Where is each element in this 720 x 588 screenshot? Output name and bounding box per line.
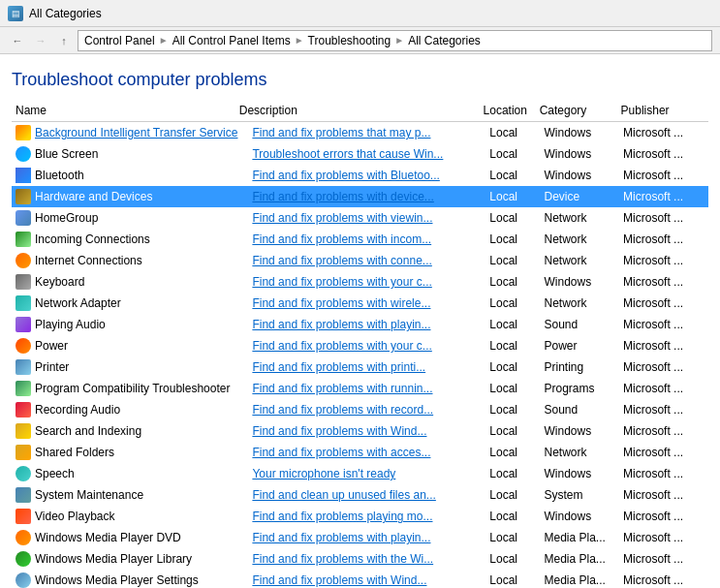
item-description[interactable]: Find and fix problems that may p... <box>252 126 430 139</box>
table-row[interactable]: Windows Media Player DVDFind and fix pro… <box>12 527 708 548</box>
publisher-cell: Microsoft ... <box>619 378 708 399</box>
back-button[interactable]: ← <box>8 31 27 50</box>
table-row[interactable]: Background Intelligent Transfer ServiceF… <box>12 122 708 143</box>
table-scroll-body[interactable]: Background Intelligent Transfer ServiceF… <box>12 122 708 588</box>
table-row[interactable]: PrinterFind and fix problems with printi… <box>12 356 708 378</box>
item-description[interactable]: Find and fix problems with playin... <box>252 531 430 544</box>
item-description[interactable]: Find and clean up unused files an... <box>252 488 435 502</box>
item-name[interactable]: Blue Screen <box>35 147 98 161</box>
table-row[interactable]: Playing AudioFind and fix problems with … <box>12 314 708 335</box>
item-name[interactable]: Program Compatibility Troubleshooter <box>35 382 230 395</box>
item-description[interactable]: Find and fix problems with playin... <box>252 318 430 331</box>
item-description[interactable]: Find and fix problems playing mo... <box>252 510 432 523</box>
table-row[interactable]: BluetoothFind and fix problems with Blue… <box>12 165 708 186</box>
name-cell: Blue Screen <box>12 143 248 165</box>
item-name[interactable]: Keyboard <box>35 275 84 289</box>
item-description[interactable]: Find and fix problems with Wind... <box>252 424 426 438</box>
desc-cell: Find and fix problems with Bluetoo... <box>248 165 485 186</box>
item-name[interactable]: Internet Connections <box>35 254 142 267</box>
item-name[interactable]: Recording Audio <box>35 403 120 417</box>
table-row[interactable]: KeyboardFind and fix problems with your … <box>12 271 708 293</box>
item-name[interactable]: Video Playback <box>35 510 115 523</box>
item-description[interactable]: Find and fix problems with your c... <box>252 339 431 353</box>
item-description[interactable]: Find and fix problems with runnin... <box>252 382 432 395</box>
item-description[interactable]: Your microphone isn't ready <box>252 467 395 480</box>
col-header-publisher[interactable]: Publisher <box>617 102 708 122</box>
col-header-location[interactable]: Location <box>480 102 536 122</box>
table-row[interactable]: Recording AudioFind and fix problems wit… <box>12 399 708 420</box>
location-cell: Local <box>485 165 540 186</box>
location-cell: Local <box>485 356 540 378</box>
item-description[interactable]: Find and fix problems with acces... <box>252 446 430 459</box>
table-row[interactable]: Shared FoldersFind and fix problems with… <box>12 442 708 463</box>
item-description[interactable]: Troubleshoot errors that cause Win... <box>252 147 443 161</box>
table-row[interactable]: Windows Media Player SettingsFind and fi… <box>12 570 708 588</box>
item-name[interactable]: Shared Folders <box>35 446 114 459</box>
item-name[interactable]: Background Intelligent Transfer Service <box>35 126 237 139</box>
up-button[interactable]: ↑ <box>54 31 74 50</box>
table-row[interactable]: Program Compatibility TroubleshooterFind… <box>12 378 708 399</box>
window-title: All Categories <box>29 7 102 20</box>
item-name[interactable]: Network Adapter <box>35 296 121 310</box>
forward-button[interactable]: → <box>31 31 50 50</box>
table-row[interactable]: Video PlaybackFind and fix problems play… <box>12 506 708 527</box>
category-cell: Windows <box>540 420 619 442</box>
location-cell: Local <box>485 271 540 293</box>
item-name[interactable]: Playing Audio <box>35 318 106 331</box>
name-cell: Shared Folders <box>12 442 248 463</box>
desc-cell: Find and fix problems with conne... <box>248 250 485 271</box>
table-row[interactable]: HomeGroupFind and fix problems with view… <box>12 207 708 229</box>
location-cell: Local <box>485 506 540 527</box>
item-description[interactable]: Find and fix problems with incom... <box>252 232 431 246</box>
table-row[interactable]: Network AdapterFind and fix problems wit… <box>12 293 708 314</box>
table-row[interactable]: Incoming ConnectionsFind and fix problem… <box>12 229 708 250</box>
item-name[interactable]: Incoming Connections <box>35 232 150 246</box>
item-name[interactable]: Search and Indexing <box>35 424 141 438</box>
table-row[interactable]: SpeechYour microphone isn't readyLocalWi… <box>12 463 708 484</box>
item-name[interactable]: Power <box>35 339 68 353</box>
location-cell: Local <box>485 207 540 229</box>
item-name[interactable]: Printer <box>35 360 69 374</box>
item-description[interactable]: Find and fix problems with Wind... <box>252 573 426 587</box>
item-description[interactable]: Find and fix problems with record... <box>252 403 433 417</box>
item-name[interactable]: Hardware and Devices <box>35 190 152 203</box>
item-name[interactable]: HomeGroup <box>35 211 98 225</box>
publisher-cell: Microsoft ... <box>619 527 708 548</box>
publisher-cell: Microsoft ... <box>619 335 708 356</box>
name-cell: Windows Media Player DVD <box>12 527 248 548</box>
desc-cell: Find and fix problems with wirele... <box>248 293 485 314</box>
item-name[interactable]: Windows Media Player DVD <box>35 531 181 544</box>
table-row[interactable]: PowerFind and fix problems with your c..… <box>12 335 708 356</box>
col-header-category[interactable]: Category <box>536 102 617 122</box>
content-area: Troubleshoot computer problems Name Desc… <box>0 54 720 588</box>
table-row[interactable]: Internet ConnectionsFind and fix problem… <box>12 250 708 271</box>
item-name[interactable]: System Maintenance <box>35 488 143 502</box>
table-row[interactable]: Search and IndexingFind and fix problems… <box>12 420 708 442</box>
item-description[interactable]: Find and fix problems with your c... <box>252 275 431 289</box>
item-description[interactable]: Find and fix problems with Bluetoo... <box>252 169 439 182</box>
item-description[interactable]: Find and fix problems with printi... <box>252 360 425 374</box>
address-bar[interactable]: Control Panel ► All Control Panel Items … <box>78 30 712 51</box>
item-description[interactable]: Find and fix problems with conne... <box>252 254 431 267</box>
category-cell: Windows <box>540 506 619 527</box>
location-cell: Local <box>485 143 540 165</box>
table-row[interactable]: Windows Media Player LibraryFind and fix… <box>12 548 708 570</box>
desc-cell: Find and fix problems with printi... <box>248 356 485 378</box>
item-name[interactable]: Bluetooth <box>35 169 84 182</box>
item-description[interactable]: Find and fix problems with wirele... <box>252 296 430 310</box>
item-name[interactable]: Windows Media Player Library <box>35 552 192 566</box>
item-icon <box>16 317 31 332</box>
col-header-name[interactable]: Name <box>12 102 235 122</box>
table-row[interactable]: Hardware and DevicesFind and fix problem… <box>12 186 708 207</box>
col-header-description[interactable]: Description <box>235 102 480 122</box>
table-row[interactable]: System MaintenanceFind and clean up unus… <box>12 484 708 506</box>
item-icon <box>16 125 31 140</box>
table-row[interactable]: Blue ScreenTroubleshoot errors that caus… <box>12 143 708 165</box>
item-icon <box>16 530 31 545</box>
name-cell: Speech <box>12 463 248 484</box>
item-name[interactable]: Windows Media Player Settings <box>35 573 199 587</box>
item-name[interactable]: Speech <box>35 467 75 480</box>
item-description[interactable]: Find and fix problems with device... <box>252 190 433 203</box>
item-description[interactable]: Find and fix problems with viewin... <box>252 211 432 225</box>
item-description[interactable]: Find and fix problems with the Wi... <box>252 552 433 566</box>
